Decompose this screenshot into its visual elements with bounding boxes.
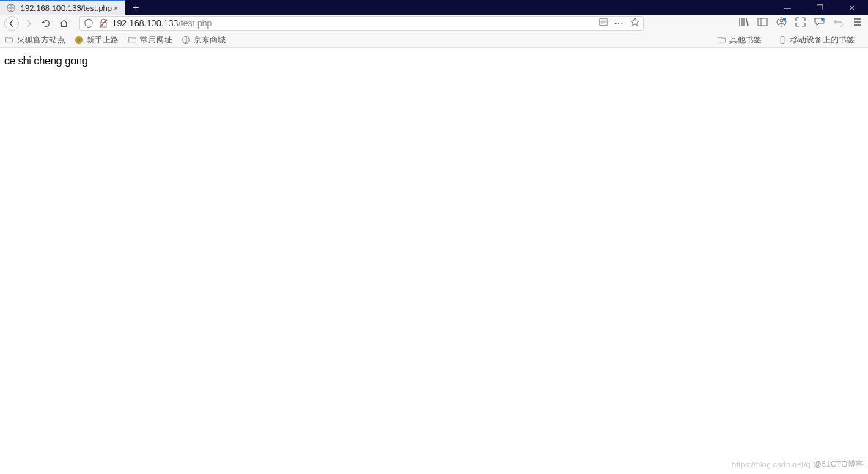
folder-icon [717, 35, 727, 45]
folder-icon [128, 35, 137, 45]
globe-icon [6, 3, 16, 13]
svg-point-10 [780, 19, 783, 22]
account-icon[interactable] [776, 16, 787, 31]
home-button[interactable] [56, 15, 72, 32]
page-text: ce shi cheng gong [4, 55, 88, 67]
window-controls: — ❐ ✕ [771, 0, 868, 15]
bookmark-label: 其他书签 [729, 34, 762, 45]
bookmark-label: 火狐官方站点 [17, 34, 65, 45]
toolbar-right [738, 16, 864, 31]
bookmark-jd-mall[interactable]: 京东商城 [181, 34, 226, 45]
bookmark-common-urls[interactable]: 常用网址 [128, 34, 172, 45]
svg-point-20 [782, 42, 783, 42]
svg-rect-7 [758, 18, 767, 26]
bookmark-label: 京东商城 [194, 34, 226, 45]
bookmark-label: 新手上路 [87, 34, 119, 45]
bookmarks-bar: 火狐官方站点 新手上路 常用网址 京东商城 其他书签 移动设备上的书签 [0, 32, 868, 48]
screenshot-icon[interactable] [795, 16, 806, 31]
navigation-toolbar: 192.168.100.133/test.php ··· [0, 15, 868, 32]
new-tab-button[interactable]: + [125, 0, 146, 15]
watermark-author: @51CTO博客 [814, 459, 864, 470]
bookmark-getting-started[interactable]: 新手上路 [74, 34, 119, 45]
shield-icon[interactable] [83, 18, 95, 29]
bookmarks-bar-right: 其他书签 移动设备上的书签 [717, 34, 864, 45]
library-icon[interactable] [738, 16, 749, 31]
title-bar: 192.168.100.133/test.php × + — ❐ ✕ [0, 0, 868, 15]
window-close-button[interactable]: ✕ [836, 0, 868, 15]
reload-button[interactable] [38, 15, 54, 32]
svg-point-17 [77, 38, 81, 42]
url-path: /test.php [178, 18, 212, 29]
reader-mode-icon[interactable] [598, 17, 608, 29]
firefox-icon [74, 35, 84, 45]
watermark: https://blog.csdn.net/q @51CTO博客 [732, 459, 864, 470]
watermark-url: https://blog.csdn.net/q [732, 460, 811, 469]
bookmark-label: 常用网址 [140, 34, 172, 45]
insecure-lock-icon[interactable] [98, 18, 109, 29]
mobile-icon [778, 35, 787, 45]
tab-title: 192.168.100.133/test.php [21, 4, 112, 12]
folder-icon [4, 35, 14, 45]
mobile-bookmarks[interactable]: 移动设备上的书签 [778, 34, 855, 45]
page-actions-icon[interactable]: ··· [614, 18, 624, 29]
urlbar-right: ··· [598, 17, 640, 29]
sidebar-toggle-icon[interactable] [757, 16, 768, 31]
tab-close-icon[interactable]: × [112, 4, 119, 12]
globe-icon [181, 35, 191, 45]
bookmark-star-icon[interactable] [630, 17, 640, 29]
svg-point-12 [821, 18, 824, 21]
bookmark-firefox-official[interactable]: 火狐官方站点 [4, 34, 65, 45]
bookmark-label: 移动设备上的书签 [790, 34, 855, 45]
comment-icon[interactable] [814, 16, 825, 31]
svg-point-11 [783, 18, 786, 21]
window-minimize-button[interactable]: — [771, 0, 803, 15]
window-maximize-button[interactable]: ❐ [803, 0, 836, 15]
back-button[interactable] [4, 16, 19, 31]
url-host: 192.168.100.133 [112, 18, 178, 29]
menu-icon[interactable] [852, 16, 864, 31]
url-bar[interactable]: 192.168.100.133/test.php ··· [79, 16, 644, 31]
other-bookmarks[interactable]: 其他书签 [717, 34, 762, 45]
browser-tab[interactable]: 192.168.100.133/test.php × [0, 0, 125, 15]
undo-icon[interactable] [833, 16, 845, 31]
page-content: ce shi cheng gong [0, 48, 868, 75]
forward-button[interactable] [21, 15, 37, 32]
